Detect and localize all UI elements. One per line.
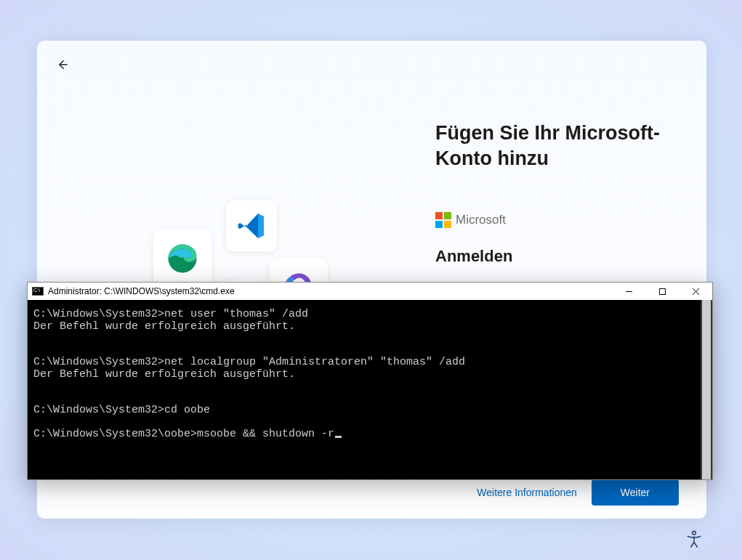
close-button[interactable]: [679, 283, 712, 300]
cmd-title: Administrator: C:\WINDOWS\system32\cmd.e…: [48, 286, 235, 296]
cmd-line: C:\Windows\System32\oobe>msoobe && shutd…: [33, 428, 334, 440]
cmd-line: C:\Windows\System32>net localgroup "Admi…: [33, 356, 465, 368]
vscode-tile: [226, 200, 277, 251]
cmd-line: Der Befehl wurde erfolgreich ausgeführt.: [33, 320, 295, 333]
vscode-icon: [236, 211, 267, 241]
close-icon: [692, 288, 700, 296]
accessibility-button[interactable]: [684, 529, 704, 550]
cmd-line: C:\Windows\System32>net user "thomas" /a…: [33, 308, 308, 320]
edge-tile: [153, 230, 211, 288]
cmd-line: C:\Windows\System32>cd oobe: [33, 404, 210, 416]
maximize-button[interactable]: [645, 283, 679, 300]
microsoft-wordmark: Microsoft: [456, 213, 506, 227]
cmd-line: Der Befehl wurde erfolgreich ausgeführt.: [33, 368, 295, 381]
window-controls: [612, 283, 712, 300]
cmd-icon: [32, 287, 44, 296]
maximize-icon: [658, 288, 666, 296]
accessibility-icon: [684, 529, 704, 550]
svg-rect-6: [659, 288, 665, 294]
svg-point-5: [693, 531, 696, 535]
edge-icon: [165, 241, 200, 276]
arrow-left-icon: [55, 57, 70, 72]
microsoft-logo-icon: [435, 212, 451, 228]
minimize-icon: [625, 288, 633, 296]
cmd-scrollbar-thumb[interactable]: [702, 300, 711, 479]
cmd-body[interactable]: C:\Windows\System32>net user "thomas" /a…: [28, 300, 712, 479]
page-title: Fügen Sie Ihr Microsoft-Konto hinzu: [435, 121, 697, 171]
back-button[interactable]: [50, 52, 75, 77]
cmd-scrollbar[interactable]: [701, 300, 712, 479]
cmd-titlebar[interactable]: Administrator: C:\WINDOWS\system32\cmd.e…: [28, 283, 712, 300]
footer: Weitere Informationen Weiter: [37, 479, 706, 506]
cmd-window[interactable]: Administrator: C:\WINDOWS\system32\cmd.e…: [27, 282, 713, 480]
next-button[interactable]: Weiter: [592, 479, 679, 506]
more-info-link[interactable]: Weitere Informationen: [477, 487, 576, 498]
cmd-cursor: [335, 436, 342, 438]
minimize-button[interactable]: [612, 283, 645, 300]
microsoft-brand: Microsoft: [435, 212, 697, 228]
signin-heading: Anmelden: [435, 247, 697, 266]
